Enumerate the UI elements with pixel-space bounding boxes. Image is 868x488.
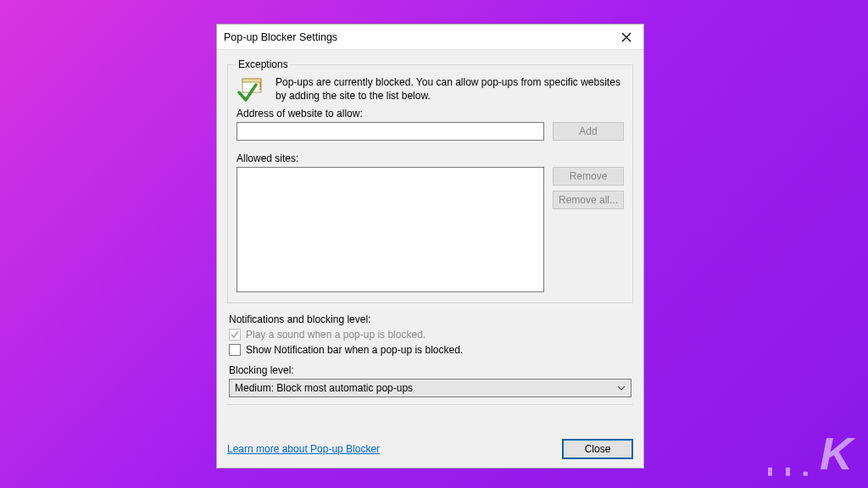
blocking-level-value: Medium: Block most automatic pop-ups — [235, 382, 413, 394]
close-button[interactable]: Close — [562, 439, 633, 459]
allowed-sites-list[interactable] — [236, 167, 544, 292]
learn-more-link[interactable]: Learn more about Pop-up Blocker — [227, 443, 380, 455]
titlebar: Pop-up Blocker Settings — [217, 25, 643, 50]
notifications-legend: Notifications and blocking level: — [229, 313, 632, 325]
blocking-level-select[interactable]: Medium: Block most automatic pop-ups — [229, 379, 632, 397]
popup-blocker-dialog: Pop-up Blocker Settings Exceptions ! — [216, 24, 644, 469]
checkmark-icon — [231, 330, 239, 339]
dialog-footer: Learn more about Pop-up Blocker Close — [217, 439, 643, 468]
remove-all-button[interactable]: Remove all... — [553, 191, 624, 209]
svg-text:!: ! — [259, 80, 262, 92]
dialog-content: Exceptions ! Pop-ups are currently block… — [217, 50, 643, 439]
watermark-letter: K — [820, 427, 853, 480]
popup-status-icon: ! — [236, 75, 267, 103]
show-notification-bar-label: Show Notification bar when a pop-up is b… — [246, 344, 463, 356]
watermark-dots-icon: ■ ■ ■ ■ ■ — [767, 467, 813, 475]
exceptions-fieldset: Exceptions ! Pop-ups are currently block… — [227, 58, 633, 303]
notifications-section: Notifications and blocking level: Play a… — [227, 310, 633, 405]
exceptions-description: Pop-ups are currently blocked. You can a… — [275, 75, 624, 103]
address-label: Address of website to allow: — [236, 108, 624, 119]
play-sound-checkbox — [229, 329, 241, 341]
dialog-title: Pop-up Blocker Settings — [224, 31, 337, 43]
address-input[interactable] — [236, 122, 544, 141]
blocking-level-label: Blocking level: — [229, 364, 632, 376]
chevron-down-icon — [617, 385, 626, 391]
close-icon — [621, 32, 632, 42]
allowed-sites-label: Allowed sites: — [236, 152, 624, 164]
remove-button[interactable]: Remove — [553, 167, 624, 186]
add-button[interactable]: Add — [553, 122, 624, 141]
watermark-logo: ■ ■ ■ ■ ■ K — [767, 427, 853, 480]
play-sound-label: Play a sound when a pop-up is blocked. — [246, 329, 426, 341]
exceptions-legend: Exceptions — [236, 58, 290, 70]
show-notification-bar-checkbox[interactable] — [229, 344, 241, 356]
window-close-button[interactable] — [615, 27, 638, 47]
